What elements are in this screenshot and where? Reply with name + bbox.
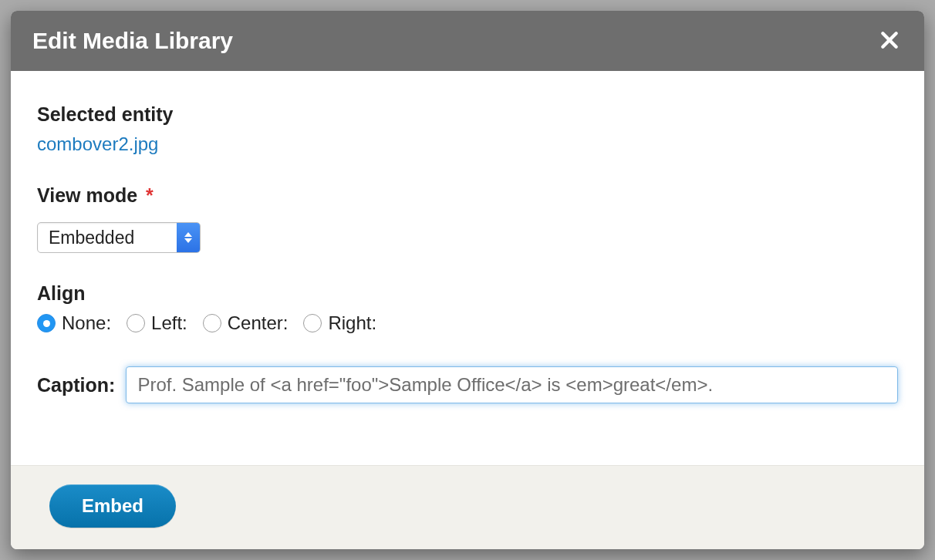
dialog-header: Edit Media Library xyxy=(11,11,924,71)
view-mode-label-text: View mode xyxy=(37,184,137,206)
align-option-label: Right: xyxy=(328,312,376,334)
close-icon xyxy=(879,30,900,50)
dialog-title: Edit Media Library xyxy=(32,28,233,54)
align-option-left[interactable]: Left: xyxy=(127,312,187,334)
edit-media-library-dialog: Edit Media Library Selected entity combo… xyxy=(11,11,924,549)
selected-entity-link[interactable]: combover2.jpg xyxy=(37,133,158,154)
align-option-right[interactable]: Right: xyxy=(303,312,376,334)
view-mode-label: View mode * xyxy=(37,184,898,207)
radio-icon xyxy=(203,314,221,332)
align-option-label: Center: xyxy=(228,312,289,334)
align-option-label: Left: xyxy=(151,312,187,334)
caption-row: Caption: xyxy=(37,366,898,403)
radio-icon xyxy=(303,314,322,332)
align-option-label: None: xyxy=(62,312,111,334)
align-group: Align None: Left: Center: Right: xyxy=(37,282,898,334)
caption-label: Caption: xyxy=(37,374,115,396)
radio-icon xyxy=(37,314,56,332)
view-mode-group: View mode * Embedded xyxy=(37,184,898,253)
embed-button[interactable]: Embed xyxy=(49,484,176,528)
dialog-body: Selected entity combover2.jpg View mode … xyxy=(11,71,924,465)
align-radio-row: None: Left: Center: Right: xyxy=(37,312,898,334)
selected-entity-group: Selected entity combover2.jpg xyxy=(37,103,898,155)
select-arrows-icon xyxy=(177,223,200,252)
align-option-center[interactable]: Center: xyxy=(203,312,289,334)
caption-input[interactable] xyxy=(126,366,898,403)
align-label: Align xyxy=(37,282,898,305)
selected-entity-label: Selected entity xyxy=(37,103,898,126)
radio-icon xyxy=(127,314,145,332)
view-mode-select[interactable]: Embedded xyxy=(37,222,201,253)
dialog-footer: Embed xyxy=(11,465,924,549)
close-button[interactable] xyxy=(876,28,903,54)
view-mode-selected-value: Embedded xyxy=(38,223,177,252)
align-option-none[interactable]: None: xyxy=(37,312,111,334)
required-asterisk: * xyxy=(146,184,154,206)
